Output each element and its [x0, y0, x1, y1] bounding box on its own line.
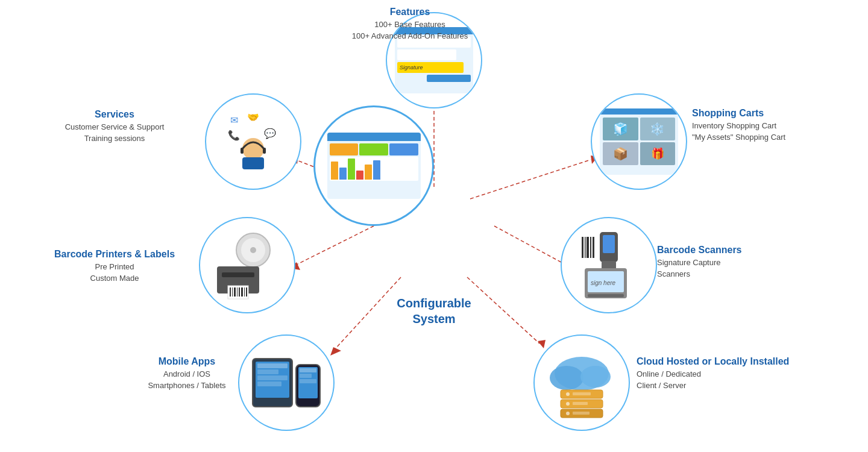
svg-point-55 [566, 392, 570, 396]
svg-point-56 [566, 402, 570, 406]
svg-rect-43 [590, 237, 591, 258]
svg-text:📞: 📞 [228, 130, 240, 141]
barcode-scanners-sub1: Signature Capture [657, 257, 808, 269]
center-label: ConfigurableSystem [397, 295, 471, 327]
mobile-apps-label: Mobile Apps Android / IOS Smartphones / … [127, 356, 247, 392]
barcode-scanners-sub2: Scanners [657, 268, 808, 280]
barcode-printers-node [199, 217, 295, 313]
svg-rect-33 [241, 287, 243, 297]
barcode-printers-sub1: Pre Printed [36, 261, 193, 273]
mobile-apps-sub1: Android / IOS [127, 368, 247, 380]
barcode-printers-icon [211, 229, 283, 301]
mobile-apps-icon [252, 358, 321, 407]
svg-rect-59 [573, 402, 588, 405]
svg-rect-42 [587, 237, 589, 258]
cloud-title: Cloud Hosted or Locally Installed [637, 356, 823, 368]
cloud-sub2: Client / Server [637, 380, 823, 392]
center-title: ConfigurableSystem [397, 295, 471, 327]
svg-rect-19 [242, 157, 264, 169]
shopping-carts-title: Shopping Carts [692, 107, 843, 120]
shopping-carts-label: Shopping Carts Inventory Shopping Cart "… [692, 107, 843, 143]
svg-text:🤝: 🤝 [247, 111, 259, 123]
barcode-scanners-icon: sign here [567, 226, 651, 304]
svg-text:💬: 💬 [264, 128, 276, 139]
barcode-printers-title: Barcode Printers & Labels [36, 248, 193, 261]
svg-rect-29 [232, 287, 233, 297]
svg-line-12 [467, 277, 539, 344]
mobile-apps-sub2: Smartphones / Tablets [127, 380, 247, 392]
barcode-scanners-label: Barcode Scanners Signature Capture Scann… [657, 244, 808, 280]
services-icon: ✉ 🤝 📞 💬 [217, 105, 289, 178]
svg-line-8 [494, 226, 567, 265]
svg-rect-30 [234, 287, 236, 297]
services-sub2: Training sessions [36, 133, 193, 145]
svg-point-24 [250, 247, 256, 253]
svg-line-4 [470, 160, 591, 199]
services-sub1: Customer Service & Support [36, 121, 193, 133]
svg-rect-35 [246, 287, 247, 297]
svg-point-50 [550, 366, 583, 390]
svg-rect-60 [573, 412, 590, 415]
cloud-icon [542, 347, 621, 419]
cloud-node [533, 334, 630, 431]
svg-rect-40 [582, 237, 583, 258]
shopping-carts-mockup: 🧊 ❄️ 📦 🎁 [600, 108, 678, 175]
svg-rect-48 [588, 294, 624, 297]
center-node [313, 105, 434, 226]
svg-rect-28 [230, 287, 231, 297]
svg-rect-32 [239, 287, 240, 297]
cloud-sub1: Online / Dedicated [637, 368, 823, 380]
features-label: Features 100+ Base Features 100+ Advance… [350, 6, 470, 42]
shopping-carts-sub2: "My Assets" Shopping Cart [692, 131, 843, 143]
mobile-apps-title: Mobile Apps [127, 356, 247, 368]
svg-text:✉: ✉ [230, 115, 238, 125]
features-title: Features [350, 6, 470, 19]
svg-rect-34 [244, 287, 245, 297]
svg-line-10 [335, 277, 401, 350]
services-title: Services [36, 108, 193, 121]
svg-text:sign here: sign here [591, 280, 616, 286]
svg-rect-20 [241, 148, 244, 154]
dashboard-mockup [327, 133, 421, 199]
barcode-printers-sub2: Custom Made [36, 272, 193, 284]
svg-rect-26 [222, 272, 254, 277]
svg-rect-37 [603, 235, 615, 253]
svg-line-6 [295, 226, 374, 265]
svg-rect-41 [585, 237, 586, 258]
diagram-container: ConfigurableSystem Signature Features 10… [0, 0, 868, 452]
mobile-apps-node [238, 334, 335, 431]
svg-marker-13 [538, 340, 546, 348]
svg-rect-21 [263, 148, 266, 154]
svg-rect-31 [237, 287, 237, 297]
shopping-carts-sub1: Inventory Shopping Cart [692, 120, 843, 132]
svg-rect-44 [593, 237, 594, 258]
barcode-printers-label: Barcode Printers & Labels Pre Printed Cu… [36, 248, 193, 284]
services-node: ✉ 🤝 📞 💬 [205, 93, 301, 190]
svg-marker-11 [330, 347, 341, 356]
cloud-label: Cloud Hosted or Locally Installed Online… [637, 356, 823, 392]
svg-point-51 [580, 366, 611, 388]
features-sub2: 100+ Advanced Add-On Features [350, 30, 470, 42]
services-label: Services Customer Service & Support Trai… [36, 108, 193, 145]
svg-point-57 [566, 412, 570, 415]
shopping-carts-node: 🧊 ❄️ 📦 🎁 [591, 93, 687, 190]
barcode-scanners-title: Barcode Scanners [657, 244, 808, 257]
svg-point-18 [242, 138, 264, 160]
svg-rect-58 [573, 392, 591, 395]
features-sub1: 100+ Base Features [350, 19, 470, 31]
barcode-scanners-node: sign here [561, 217, 657, 313]
svg-rect-27 [228, 286, 248, 299]
